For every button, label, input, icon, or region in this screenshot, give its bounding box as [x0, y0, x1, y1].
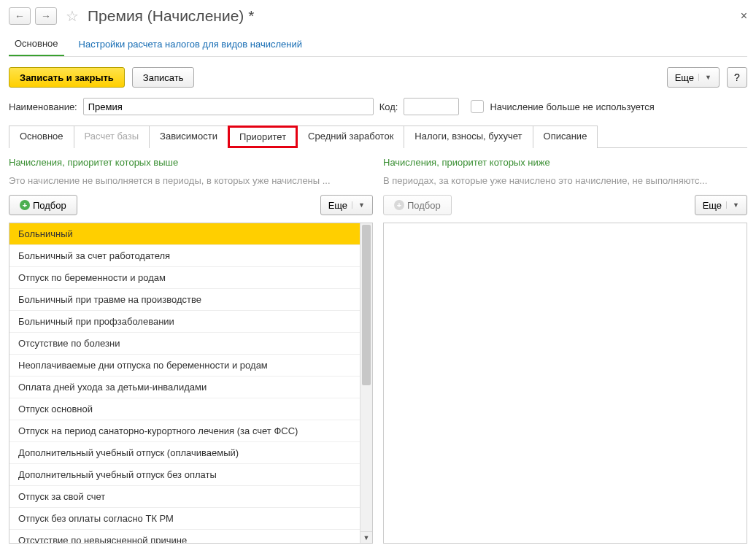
- lower-more-button[interactable]: Еще▼: [695, 195, 747, 215]
- help-button[interactable]: ?: [727, 67, 747, 88]
- chevron-down-icon: ▼: [698, 74, 711, 81]
- code-input[interactable]: [404, 98, 459, 115]
- tab-tax[interactable]: Налоги, взносы, бухучет: [404, 126, 533, 148]
- tab-priority[interactable]: Приоритет: [228, 126, 298, 148]
- name-input[interactable]: [83, 98, 374, 115]
- lower-priority-list: [383, 223, 747, 544]
- tab-main[interactable]: Основное: [9, 126, 74, 148]
- list-item[interactable]: Больничный при травме на производстве: [9, 289, 372, 311]
- favorite-star-icon[interactable]: ☆: [66, 7, 79, 25]
- list-item[interactable]: Отпуск по беременности и родам: [9, 267, 372, 289]
- lower-priority-desc: В периодах, за которые уже начислено это…: [383, 175, 747, 186]
- more-button[interactable]: Еще▼: [667, 67, 720, 88]
- nav-forward-button[interactable]: →: [35, 7, 57, 25]
- tab-desc[interactable]: Описание: [533, 126, 598, 148]
- list-item[interactable]: Неоплачиваемые дни отпуска по беременнос…: [9, 355, 372, 377]
- select-higher-button[interactable]: + Подбор: [9, 195, 77, 215]
- higher-priority-desc: Это начисление не выполняется в периоды,…: [9, 175, 373, 186]
- save-and-close-button[interactable]: Записать и закрыть: [9, 67, 125, 88]
- list-item[interactable]: Дополнительный учебный отпуск без оплаты: [9, 464, 372, 486]
- higher-priority-list: БольничныйБольничный за счет работодател…: [9, 223, 373, 544]
- subnav-main[interactable]: Основное: [9, 35, 64, 56]
- chevron-down-icon: ▼: [726, 201, 739, 209]
- higher-priority-title: Начисления, приоритет которых выше: [9, 157, 373, 168]
- list-item[interactable]: Больничный при профзаболевании: [9, 311, 372, 333]
- code-label: Код:: [379, 101, 398, 112]
- list-item[interactable]: Отпуск без оплаты согласно ТК РМ: [9, 508, 372, 530]
- list-item[interactable]: Больничный за счет работодателя: [9, 245, 372, 267]
- scroll-down-icon[interactable]: ▼: [360, 531, 372, 543]
- subnav-tax-settings-link[interactable]: Настройки расчета налогов для видов начи…: [73, 36, 308, 55]
- page-title: Премия (Начисление) *: [88, 7, 254, 25]
- list-item[interactable]: Отсутствие по болезни: [9, 333, 372, 355]
- list-item[interactable]: Дополнительный учебный отпуск (оплачивае…: [9, 442, 372, 464]
- chevron-down-icon: ▼: [352, 201, 365, 209]
- lower-priority-title: Начисления, приоритет которых ниже: [383, 157, 747, 168]
- tab-avg[interactable]: Средний заработок: [297, 126, 404, 148]
- higher-more-button[interactable]: Еще▼: [320, 195, 373, 215]
- list-item[interactable]: Отпуск за свой счет: [9, 486, 372, 508]
- unused-label: Начисление больше не используется: [490, 101, 654, 112]
- select-lower-button[interactable]: + Подбор: [383, 195, 452, 215]
- plus-icon: +: [20, 200, 30, 210]
- nav-back-button[interactable]: ←: [9, 7, 31, 25]
- list-item[interactable]: Отсутствие по невыясненной причине: [9, 530, 372, 543]
- list-item[interactable]: Больничный: [9, 223, 372, 245]
- list-item[interactable]: Оплата дней ухода за детьми-инвалидами: [9, 377, 372, 398]
- tab-deps[interactable]: Зависимости: [149, 126, 228, 148]
- scrollbar-thumb[interactable]: [362, 225, 371, 385]
- scrollbar[interactable]: ▼: [360, 223, 372, 543]
- plus-icon: +: [394, 200, 404, 210]
- close-icon[interactable]: ×: [741, 9, 747, 23]
- unused-checkbox[interactable]: [471, 100, 484, 113]
- list-item[interactable]: Отпуск на период санаторно-курортного ле…: [9, 420, 372, 442]
- tab-base[interactable]: Расчет базы: [74, 126, 150, 148]
- save-button[interactable]: Записать: [132, 67, 195, 88]
- list-item[interactable]: Отпуск основной: [9, 398, 372, 420]
- name-label: Наименование:: [9, 101, 77, 112]
